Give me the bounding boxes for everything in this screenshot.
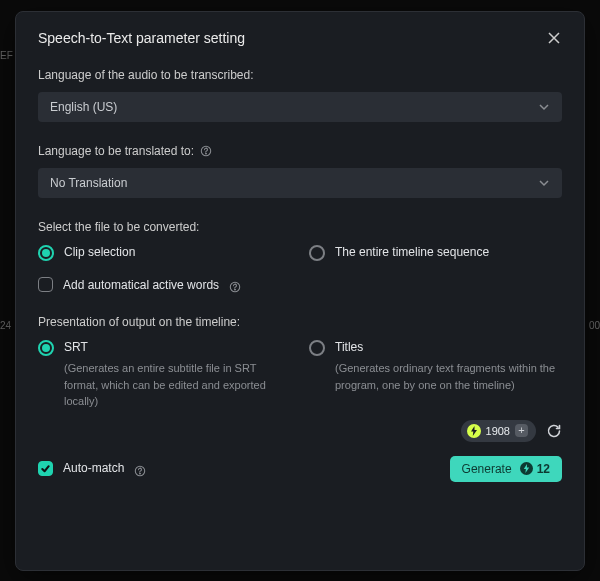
- modal-title: Speech-to-Text parameter setting: [38, 30, 245, 46]
- translate-label: Language to be translated to:: [38, 144, 562, 158]
- radio-description: (Generates an entire subtitle file in SR…: [64, 360, 291, 410]
- modal-titlebar: Speech-to-Text parameter setting: [38, 30, 562, 46]
- checkbox-auto-match[interactable]: Auto-match: [38, 460, 146, 477]
- help-icon[interactable]: [134, 463, 146, 475]
- close-icon[interactable]: [546, 30, 562, 46]
- checkbox-icon: [38, 277, 53, 292]
- file-label: Select the file to be converted:: [38, 220, 562, 234]
- language-value: English (US): [50, 100, 117, 114]
- stt-settings-modal: Speech-to-Text parameter setting Languag…: [15, 11, 585, 571]
- radio-icon: [38, 245, 54, 261]
- radio-srt[interactable]: SRT (Generates an entire subtitle file i…: [38, 339, 291, 409]
- checkbox-label: Auto-match: [63, 460, 124, 477]
- radio-icon: [309, 340, 325, 356]
- radio-clip-selection[interactable]: Clip selection: [38, 244, 291, 261]
- help-icon[interactable]: [229, 279, 241, 291]
- checkbox-icon: [38, 461, 53, 476]
- translate-select[interactable]: No Translation: [38, 168, 562, 198]
- plus-icon[interactable]: +: [515, 424, 528, 437]
- checkbox-label: Add automatical active words: [63, 277, 219, 294]
- radio-label: Titles: [335, 339, 562, 356]
- generate-button[interactable]: Generate 12: [450, 456, 562, 482]
- credits-pill[interactable]: 1908 +: [461, 420, 536, 442]
- svg-point-5: [140, 473, 141, 474]
- chevron-down-icon: [538, 101, 550, 113]
- radio-label: Clip selection: [64, 244, 135, 261]
- generate-cost: 12: [520, 462, 550, 476]
- bolt-icon: [520, 462, 533, 475]
- radio-label: The entire timeline sequence: [335, 244, 489, 261]
- cost-value: 12: [537, 462, 550, 476]
- radio-label: SRT: [64, 339, 291, 356]
- chevron-down-icon: [538, 177, 550, 189]
- translate-value: No Translation: [50, 176, 127, 190]
- language-select[interactable]: English (US): [38, 92, 562, 122]
- radio-titles[interactable]: Titles (Generates ordinary text fragment…: [309, 339, 562, 393]
- credits-value: 1908: [486, 425, 510, 437]
- bolt-icon: [467, 424, 481, 438]
- generate-label: Generate: [462, 462, 512, 476]
- svg-point-3: [235, 289, 236, 290]
- output-label: Presentation of output on the timeline:: [38, 315, 562, 329]
- svg-point-1: [206, 153, 207, 154]
- refresh-icon[interactable]: [546, 423, 562, 439]
- radio-description: (Generates ordinary text fragments withi…: [335, 360, 562, 393]
- help-icon[interactable]: [200, 145, 212, 157]
- checkbox-auto-words[interactable]: Add automatical active words: [38, 277, 562, 294]
- radio-icon: [309, 245, 325, 261]
- language-label: Language of the audio to be transcribed:: [38, 68, 562, 82]
- radio-entire-timeline[interactable]: The entire timeline sequence: [309, 244, 562, 261]
- radio-icon: [38, 340, 54, 356]
